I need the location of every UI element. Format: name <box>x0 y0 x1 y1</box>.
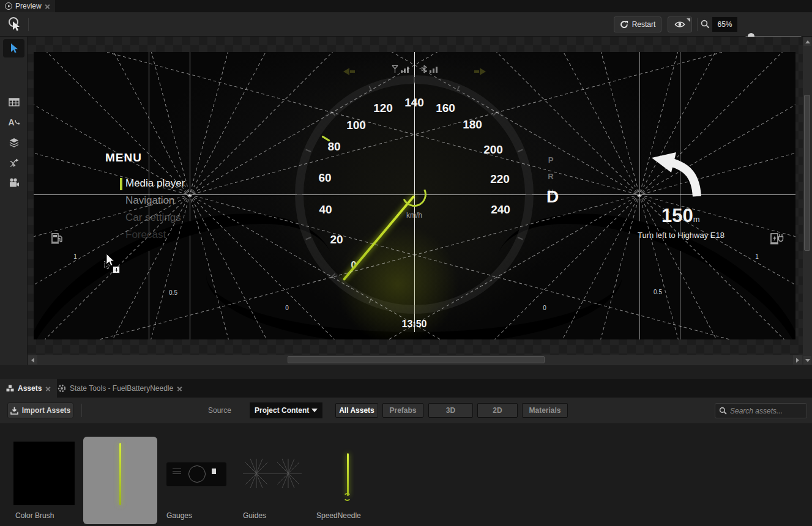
gauge-unit-label: km/h <box>406 211 422 220</box>
filter-3d[interactable]: 3D <box>428 403 473 418</box>
h-scrollbar[interactable] <box>28 355 803 365</box>
h-scrollbar-thumb[interactable] <box>288 356 545 363</box>
asset-thumb-color-brush[interactable] <box>13 442 75 505</box>
gauge-number: 140 <box>404 96 424 109</box>
tab-state-tools[interactable]: State Tools - FuelBatteryNeedle <box>51 379 188 398</box>
table-view-button[interactable] <box>3 93 24 111</box>
menu-item-navigation[interactable]: Navigation <box>125 194 174 207</box>
tab-state-tools-label: State Tools - FuelBatteryNeedle <box>70 384 173 393</box>
source-value: Project Content <box>255 406 309 415</box>
clock: 13:50 <box>402 319 427 330</box>
gauge-number: 120 <box>373 102 393 115</box>
search-assets-box[interactable] <box>715 403 807 418</box>
connections-button[interactable] <box>3 154 24 172</box>
scroll-down-button[interactable] <box>803 356 811 365</box>
scroll-up-button[interactable] <box>803 37 811 46</box>
close-icon[interactable] <box>45 386 51 391</box>
close-icon[interactable] <box>45 4 50 9</box>
tab-preview[interactable]: Preview <box>0 0 55 12</box>
v-scrollbar-thumb[interactable] <box>804 95 810 251</box>
tab-assets-label: Assets <box>18 384 42 393</box>
import-assets-label: Import Assets <box>22 406 71 415</box>
select-tool-button[interactable] <box>3 39 24 57</box>
gauge-number: 220 <box>490 172 510 186</box>
menu-item-car-settings[interactable]: Car settings <box>125 212 181 224</box>
pick-tool-button[interactable] <box>7 17 23 32</box>
nav-instruction: Turn left to Highway E18 <box>638 231 724 240</box>
pick-cursor-icon <box>7 17 23 32</box>
state-tools-icon <box>58 384 66 393</box>
filter-prefabs[interactable]: Prefabs <box>382 403 423 418</box>
toolbar-separator <box>697 18 698 31</box>
asset-card-fuelbatteryneedle[interactable]: FuelBatteryNeedle <box>83 437 157 524</box>
toolbar-separator <box>28 18 29 31</box>
menu-item-media-player[interactable]: Media player <box>125 177 185 190</box>
close-icon[interactable] <box>177 386 182 391</box>
turn-indicator-left-icon <box>343 68 349 75</box>
turn-indicator-right-stem <box>474 70 479 73</box>
menu-title: MENU <box>105 151 142 165</box>
asset-label: SpeedNeedle <box>316 511 361 520</box>
selection-arrow-icon <box>9 43 19 54</box>
guide-label: 1 <box>73 253 77 260</box>
bottom-panel-tabbar: Assets State Tools - FuelBatteryNeedle <box>0 379 812 398</box>
camera-button[interactable] <box>3 174 24 192</box>
tab-assets[interactable]: Assets <box>0 379 57 398</box>
gauge-number: 100 <box>346 119 366 132</box>
gauge-number: 40 <box>319 203 332 217</box>
source-dropdown[interactable]: Project Content <box>250 402 322 418</box>
asset-thumb-gauges[interactable] <box>166 462 226 486</box>
zoom-level-field[interactable]: 65% <box>712 17 737 32</box>
preview-canvas[interactable]: 0 20 40 60 80 100 120 140 160 180 200 22… <box>28 37 803 355</box>
text-tool-button[interactable]: A <box>3 113 24 132</box>
bluetooth-icon <box>421 65 427 73</box>
needle-glow <box>337 223 459 339</box>
arrow-down-icon <box>805 359 810 362</box>
assets-grid: Color Brush FuelBatteryNeedle Gauges Gui… <box>0 423 812 526</box>
gauge-number: 200 <box>483 143 503 157</box>
nav-distance-value: 150 <box>661 205 693 226</box>
gauge-number: 80 <box>327 140 340 154</box>
toolbar-separator <box>81 404 82 417</box>
asset-label: Guides <box>243 511 266 520</box>
asset-thumb-speedneedle[interactable] <box>347 453 349 496</box>
preview-toolbar: Restart 65% <box>0 12 812 37</box>
turn-indicator-left-stem <box>350 70 355 73</box>
turn-indicator-right-icon <box>480 68 486 75</box>
filter-materials[interactable]: Materials <box>522 403 568 418</box>
layers-button[interactable] <box>3 133 24 152</box>
eye-icon <box>674 20 685 29</box>
filter-2d[interactable]: 2D <box>477 403 518 418</box>
preview-tools-sidebar: A <box>0 37 28 379</box>
filter-all-assets[interactable]: All Assets <box>335 403 378 418</box>
layers-icon <box>9 138 20 147</box>
asset-thumb-fuelbatteryneedle <box>119 443 121 505</box>
arrow-right-icon <box>796 358 799 363</box>
guide-label: 1 <box>755 253 759 260</box>
menu-active-indicator <box>120 178 122 190</box>
text-anchor-arrow-icon <box>15 119 20 125</box>
visibility-button[interactable] <box>668 17 692 32</box>
v-scrollbar[interactable] <box>803 37 812 365</box>
asset-label: Color Brush <box>15 511 54 520</box>
restart-button[interactable]: Restart <box>614 17 661 32</box>
asset-label: Gauges <box>166 511 192 520</box>
asset-thumb-guides[interactable] <box>243 459 302 488</box>
cluster-screen: 0 20 40 60 80 100 120 140 160 180 200 22… <box>34 52 795 339</box>
speedneedle-hub-icon <box>343 493 351 501</box>
gauge-number: 180 <box>463 118 482 132</box>
play-icon <box>5 2 12 10</box>
mouse-cursor <box>106 254 116 267</box>
text-tool-icon: A <box>8 117 14 127</box>
import-assets-button[interactable]: Import Assets <box>7 402 73 418</box>
scroll-right-button[interactable] <box>793 355 802 365</box>
fuel-pump-icon <box>51 232 64 245</box>
turn-left-arrow-icon <box>644 144 706 198</box>
gear-option-p: P <box>548 155 554 165</box>
panel-gap <box>0 365 812 379</box>
menu-item-forecast[interactable]: Forecast <box>125 229 166 241</box>
scroll-left-button[interactable] <box>28 355 37 365</box>
nav-distance-unit: m <box>693 215 700 224</box>
arrow-up-icon <box>805 40 810 43</box>
search-input[interactable] <box>730 407 800 415</box>
